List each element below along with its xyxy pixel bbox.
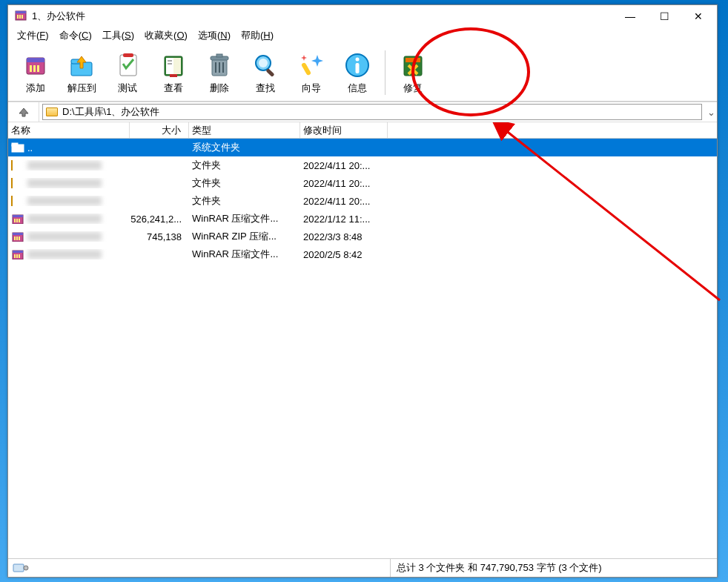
winrar-window: 1、办公软件 — ☐ ✕ 文件(F)命令(C)工具(S)收藏夹(O)选项(N)帮… — [7, 4, 718, 578]
svg-rect-49 — [14, 254, 16, 258]
titlebar: 1、办公软件 — ☐ ✕ — [8, 5, 717, 27]
file-date-cell: 2022/1/12 11:... — [300, 214, 388, 225]
file-row[interactable]: 526,241,2...WinRAR 压缩文件...2022/1/12 11:.… — [8, 210, 717, 228]
close-button[interactable]: ✕ — [681, 5, 715, 27]
file-type-cell: WinRAR 压缩文件... — [189, 248, 300, 261]
file-date-cell: 2022/4/11 20:... — [300, 196, 388, 207]
menu-h[interactable]: 帮助(H) — [236, 28, 278, 43]
file-name-cell: .. — [8, 142, 130, 153]
delete-icon — [205, 50, 234, 80]
menubar: 文件(F)命令(C)工具(S)收藏夹(O)选项(N)帮助(H) — [8, 27, 717, 44]
add-button[interactable]: 添加 — [14, 47, 57, 98]
file-row[interactable]: WinRAR 压缩文件...2020/2/5 8:42 — [8, 245, 717, 263]
repair-label: 修复 — [403, 82, 423, 95]
column-headers: 名称 大小 类型 修改时间 — [8, 122, 717, 139]
info-icon — [343, 50, 372, 80]
col-date-header[interactable]: 修改时间 — [300, 122, 388, 138]
svg-point-27 — [259, 59, 268, 67]
menu-f[interactable]: 文件(F) — [13, 28, 53, 43]
svg-rect-4 — [21, 15, 23, 19]
rar-icon — [11, 214, 24, 224]
file-size-cell: 745,138 — [130, 231, 189, 242]
repair-icon — [398, 50, 428, 80]
svg-rect-16 — [173, 58, 181, 74]
rar-icon — [11, 249, 24, 259]
toolbar-separator — [385, 50, 385, 95]
svg-rect-6 — [27, 58, 44, 62]
file-date-cell: 2022/4/11 20:... — [300, 178, 388, 189]
address-dropdown-button[interactable]: ⌄ — [705, 107, 717, 118]
menu-n[interactable]: 选项(N) — [193, 28, 235, 43]
svg-rect-41 — [19, 219, 20, 222]
svg-rect-19 — [170, 74, 177, 77]
file-date-cell: 2022/3/3 8:48 — [300, 231, 388, 242]
view-icon — [159, 50, 188, 80]
file-name-cell — [8, 178, 130, 188]
file-type-cell: 文件夹 — [189, 194, 300, 208]
toolbar: 添加解压到测试查看删除查找向导信息修复 — [8, 44, 717, 102]
info-button[interactable]: 信息 — [336, 47, 379, 98]
menu-o[interactable]: 收藏夹(O) — [140, 28, 192, 43]
up-button[interactable] — [8, 102, 39, 122]
folder-icon — [11, 178, 24, 188]
info-label: 信息 — [348, 82, 367, 95]
svg-rect-29 — [301, 62, 311, 76]
repair-button[interactable]: 修复 — [391, 47, 434, 98]
window-title: 1、办公软件 — [32, 10, 85, 23]
add-icon — [21, 50, 50, 80]
extract-icon — [67, 50, 96, 80]
svg-rect-50 — [16, 254, 18, 258]
file-name-cell — [8, 196, 130, 206]
minimize-button[interactable]: — — [613, 5, 647, 27]
svg-rect-13 — [123, 53, 133, 57]
col-name-header[interactable]: 名称 — [8, 122, 130, 138]
file-type-cell: WinRAR ZIP 压缩... — [189, 230, 300, 243]
app-icon — [14, 9, 27, 24]
svg-rect-8 — [33, 65, 36, 72]
test-button[interactable]: 测试 — [106, 47, 149, 98]
file-name-cell — [8, 160, 130, 171]
svg-rect-34 — [406, 58, 420, 62]
svg-rect-52 — [13, 564, 24, 572]
address-text: D:\工具库\1、办公软件 — [62, 105, 159, 119]
svg-rect-32 — [356, 63, 360, 73]
file-date-cell: 2020/2/5 8:42 — [300, 249, 388, 260]
folder-icon — [11, 196, 24, 206]
col-type-header[interactable]: 类型 — [189, 122, 300, 138]
delete-button[interactable]: 删除 — [198, 47, 241, 98]
col-size-header[interactable]: 大小 — [130, 122, 189, 138]
file-list[interactable]: ..系统文件夹文件夹2022/4/11 20:...文件夹2022/4/11 2… — [8, 139, 717, 558]
svg-rect-44 — [14, 237, 16, 240]
file-row[interactable]: 745,138WinRAR ZIP 压缩...2022/3/3 8:48 — [8, 228, 717, 245]
svg-rect-46 — [19, 237, 20, 240]
maximize-button[interactable]: ☐ — [647, 5, 681, 27]
file-row[interactable]: 文件夹2022/4/11 20:... — [8, 174, 717, 192]
up-folder-icon — [11, 142, 24, 153]
wizard-label: 向导 — [302, 82, 321, 95]
file-date-cell: 2022/4/11 20:... — [300, 160, 388, 171]
file-row[interactable]: 文件夹2022/4/11 20:... — [8, 156, 717, 174]
extract-button[interactable]: 解压到 — [60, 47, 103, 98]
file-name-cell — [8, 231, 130, 242]
file-type-cell: 文件夹 — [189, 176, 300, 190]
test-icon — [113, 50, 142, 80]
find-button[interactable]: 查找 — [244, 47, 287, 98]
test-label: 测试 — [118, 82, 137, 95]
svg-rect-22 — [216, 54, 222, 57]
view-button[interactable]: 查看 — [152, 47, 195, 98]
file-row[interactable]: ..系统文件夹 — [8, 139, 717, 156]
file-type-cell: 系统文件夹 — [189, 141, 300, 154]
file-row[interactable]: 文件夹2022/4/11 20:... — [8, 192, 717, 210]
folder-icon — [46, 108, 58, 116]
addressbar: D:\工具库\1、办公软件 ⌄ — [8, 102, 717, 122]
extract-label: 解压到 — [67, 82, 96, 95]
menu-c[interactable]: 命令(C) — [55, 28, 96, 43]
status-left — [8, 559, 391, 577]
menu-s[interactable]: 工具(S) — [98, 28, 139, 43]
svg-point-53 — [24, 566, 28, 570]
add-label: 添加 — [26, 82, 45, 95]
wizard-button[interactable]: 向导 — [290, 47, 333, 98]
address-input[interactable]: D:\工具库\1、办公软件 — [42, 104, 702, 120]
svg-rect-9 — [37, 65, 39, 72]
rar-icon — [11, 231, 24, 242]
